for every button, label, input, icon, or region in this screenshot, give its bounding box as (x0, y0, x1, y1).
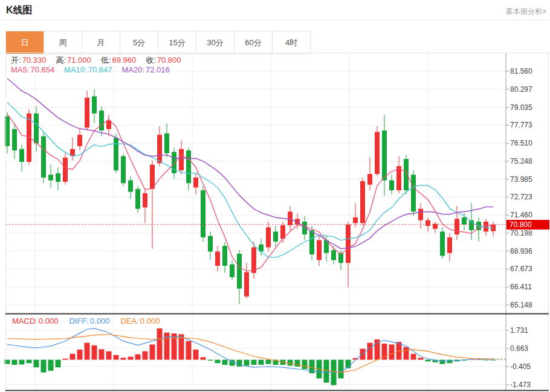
grid-layer (6, 53, 506, 390)
price-axis-label: 70.198 (510, 229, 532, 237)
macd-bar (150, 344, 155, 359)
macd-axis-label: -0.405 (510, 362, 531, 371)
ma-item-2: MA20:72.016 (121, 65, 169, 74)
macd-bar (266, 360, 271, 364)
ma-item-1: MA10:70.647 (64, 65, 112, 74)
price-axis-label: 72.723 (510, 193, 532, 201)
macd-bar (215, 360, 221, 364)
macd-bar (5, 360, 10, 364)
macd-bar (425, 360, 431, 362)
candle (114, 133, 118, 173)
price-axis-label: 79.035 (510, 103, 532, 112)
price-axis-label: 65.148 (510, 301, 532, 309)
macd-item-0: MACD:0.000 (12, 316, 58, 326)
candle (12, 123, 17, 159)
candle (266, 222, 271, 252)
ma-info: MA5:70.654MA10:70.647MA20:72.016 (11, 65, 170, 74)
candle (41, 132, 46, 183)
macd-bar (201, 357, 206, 359)
candle (433, 222, 438, 233)
macd-bar (34, 360, 39, 368)
macd-bar (12, 360, 18, 365)
macd-axis-label: -1.473 (510, 381, 531, 389)
candle (317, 236, 322, 266)
candle (99, 106, 104, 137)
price-axis-label: 66.411 (510, 283, 532, 291)
macd-bar (92, 345, 97, 360)
candle (411, 170, 416, 216)
price-axis-label: 73.985 (510, 175, 532, 184)
macd-bar (56, 360, 61, 368)
candle (92, 89, 97, 124)
ohlc-item-0: 开:70.330 (11, 55, 46, 66)
macd-bar (114, 355, 119, 360)
candle (215, 246, 220, 271)
candle (396, 156, 401, 193)
macd-bar (186, 341, 192, 360)
candle (121, 153, 126, 186)
macd-bar (135, 355, 141, 360)
macd-bar (193, 350, 199, 360)
candle (418, 203, 423, 228)
candle (186, 147, 191, 190)
candle (56, 167, 60, 190)
macd-bar (259, 360, 264, 365)
price-axis-label: 75.248 (510, 157, 532, 165)
macd-bar (99, 349, 105, 359)
macd-bar (41, 360, 47, 373)
candle (280, 222, 285, 243)
macd-bar (157, 329, 163, 360)
macd-bar (19, 360, 25, 365)
candle (447, 233, 452, 262)
price-axis-label: 80.297 (510, 85, 532, 94)
candle (70, 138, 75, 161)
macd-bar (302, 360, 308, 369)
macd-axis-label: 0.663 (510, 344, 528, 353)
macd-bar (85, 343, 90, 360)
candle (273, 226, 278, 247)
macd-bar (244, 360, 250, 366)
macd-bar (128, 357, 134, 360)
price-axis-label: 67.673 (510, 265, 532, 273)
price-axis-label: 68.936 (510, 247, 532, 255)
price-axis-label: 81.560 (510, 67, 532, 76)
macd-axis-label: 1.731 (510, 326, 528, 335)
candle (106, 115, 111, 136)
candle (375, 126, 380, 176)
macd-bar (491, 360, 496, 361)
macd-bar (484, 360, 489, 361)
macd-bar (404, 347, 409, 360)
macd-bar (324, 360, 329, 383)
candle (128, 176, 133, 199)
ohlc-item-2: 低:69.960 (101, 55, 136, 66)
candle (135, 186, 140, 213)
current-price-badge: 70.800 (506, 220, 549, 230)
candle (389, 175, 394, 194)
candle (150, 161, 155, 249)
macd-bar (251, 360, 257, 365)
macd-chart[interactable] (5, 329, 506, 385)
macd-bar (121, 358, 126, 359)
macd-bar (172, 333, 177, 360)
candle (230, 260, 235, 280)
macd-bar (411, 354, 416, 360)
ma10-line (7, 103, 493, 258)
macd-bar (63, 359, 68, 360)
candle (164, 123, 169, 158)
candle (288, 206, 293, 230)
macd-bar (27, 360, 32, 364)
macd-bar (48, 360, 54, 371)
candle (346, 222, 351, 287)
ohlc-info: 开:70.330高:71.000低:69.960收:70.800 (11, 55, 181, 66)
ma-item-0: MA5:70.654 (11, 65, 54, 74)
macd-bar (106, 352, 112, 360)
candle (367, 158, 372, 190)
candle (48, 165, 53, 188)
candle (491, 222, 496, 237)
macd-bar (418, 358, 424, 359)
candle (193, 173, 198, 194)
candle (382, 115, 387, 196)
candles-layer[interactable] (5, 89, 496, 304)
candle (237, 250, 242, 304)
macd-bar (338, 360, 344, 379)
